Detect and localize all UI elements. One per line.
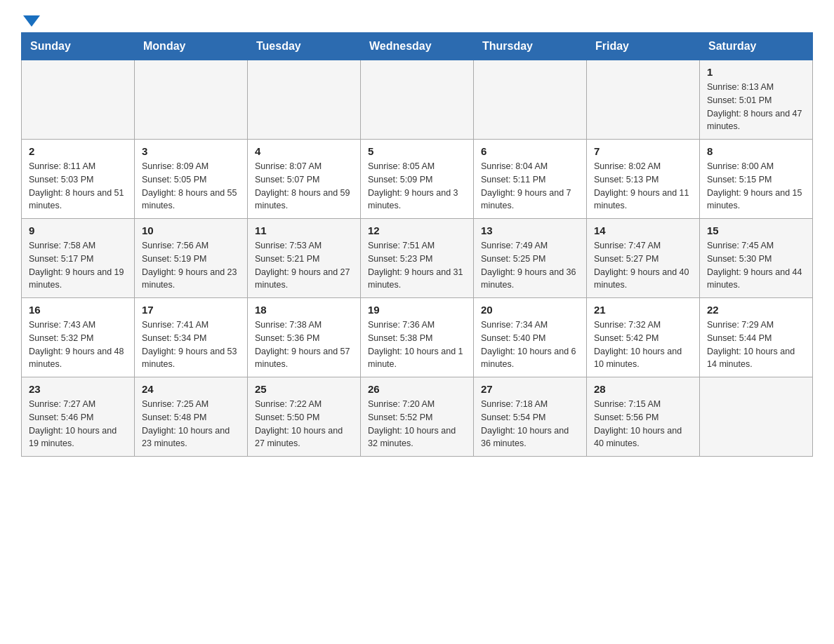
day-number: 10 [142,224,240,236]
calendar-day-cell [135,60,248,140]
calendar-table: SundayMondayTuesdayWednesdayThursdayFrid… [21,32,813,457]
calendar-day-cell [587,60,700,140]
calendar-day-cell: 1Sunrise: 8:13 AM Sunset: 5:01 PM Daylig… [700,60,813,140]
day-number: 9 [29,224,127,236]
day-info: Sunrise: 8:04 AM Sunset: 5:11 PM Dayligh… [481,160,579,213]
day-number: 8 [707,145,805,157]
calendar-day-cell: 25Sunrise: 7:22 AM Sunset: 5:50 PM Dayli… [248,377,361,457]
day-info: Sunrise: 7:49 AM Sunset: 5:25 PM Dayligh… [481,239,579,292]
day-info: Sunrise: 8:02 AM Sunset: 5:13 PM Dayligh… [594,160,692,213]
day-number: 20 [481,304,579,316]
calendar-week-row: 9Sunrise: 7:58 AM Sunset: 5:17 PM Daylig… [22,219,813,298]
calendar-day-cell: 10Sunrise: 7:56 AM Sunset: 5:19 PM Dayli… [135,219,248,298]
day-number: 24 [142,383,240,395]
day-number: 2 [29,145,127,157]
calendar-day-cell: 19Sunrise: 7:36 AM Sunset: 5:38 PM Dayli… [361,298,474,377]
day-info: Sunrise: 8:11 AM Sunset: 5:03 PM Dayligh… [29,160,127,213]
weekday-header-thursday: Thursday [474,33,587,60]
day-number: 18 [255,304,353,316]
day-info: Sunrise: 7:32 AM Sunset: 5:42 PM Dayligh… [594,318,692,371]
calendar-day-cell: 7Sunrise: 8:02 AM Sunset: 5:13 PM Daylig… [587,140,700,219]
weekday-header-saturday: Saturday [700,33,813,60]
day-info: Sunrise: 7:56 AM Sunset: 5:19 PM Dayligh… [142,239,240,292]
calendar-day-cell [248,60,361,140]
day-number: 12 [368,224,466,236]
day-number: 15 [707,224,805,236]
calendar-day-cell: 17Sunrise: 7:41 AM Sunset: 5:34 PM Dayli… [135,298,248,377]
calendar-day-cell: 2Sunrise: 8:11 AM Sunset: 5:03 PM Daylig… [22,140,135,219]
day-info: Sunrise: 7:43 AM Sunset: 5:32 PM Dayligh… [29,318,127,371]
day-info: Sunrise: 7:27 AM Sunset: 5:46 PM Dayligh… [29,398,127,450]
day-number: 27 [481,383,579,395]
day-info: Sunrise: 7:22 AM Sunset: 5:50 PM Dayligh… [255,398,353,450]
calendar-day-cell [700,377,813,457]
calendar-day-cell: 16Sunrise: 7:43 AM Sunset: 5:32 PM Dayli… [22,298,135,377]
day-number: 4 [255,145,353,157]
calendar-day-cell: 14Sunrise: 7:47 AM Sunset: 5:27 PM Dayli… [587,219,700,298]
day-info: Sunrise: 8:07 AM Sunset: 5:07 PM Dayligh… [255,160,353,213]
calendar-day-cell: 26Sunrise: 7:20 AM Sunset: 5:52 PM Dayli… [361,377,474,457]
day-number: 23 [29,383,127,395]
calendar-day-cell: 24Sunrise: 7:25 AM Sunset: 5:48 PM Dayli… [135,377,248,457]
calendar-week-row: 16Sunrise: 7:43 AM Sunset: 5:32 PM Dayli… [22,298,813,377]
weekday-header-friday: Friday [587,33,700,60]
day-info: Sunrise: 7:34 AM Sunset: 5:40 PM Dayligh… [481,318,579,371]
logo-triangle-icon [23,15,40,27]
day-info: Sunrise: 8:13 AM Sunset: 5:01 PM Dayligh… [707,81,805,133]
day-number: 22 [707,304,805,316]
day-number: 28 [594,383,692,395]
day-info: Sunrise: 7:20 AM Sunset: 5:52 PM Dayligh… [368,398,466,450]
day-info: Sunrise: 7:41 AM Sunset: 5:34 PM Dayligh… [142,318,240,371]
day-info: Sunrise: 7:58 AM Sunset: 5:17 PM Dayligh… [29,239,127,292]
calendar-day-cell: 6Sunrise: 8:04 AM Sunset: 5:11 PM Daylig… [474,140,587,219]
day-number: 13 [481,224,579,236]
day-info: Sunrise: 7:47 AM Sunset: 5:27 PM Dayligh… [594,239,692,292]
day-number: 26 [368,383,466,395]
calendar-day-cell: 18Sunrise: 7:38 AM Sunset: 5:36 PM Dayli… [248,298,361,377]
day-info: Sunrise: 8:09 AM Sunset: 5:05 PM Dayligh… [142,160,240,213]
day-number: 11 [255,224,353,236]
day-info: Sunrise: 7:38 AM Sunset: 5:36 PM Dayligh… [255,318,353,371]
day-number: 21 [594,304,692,316]
calendar-day-cell: 23Sunrise: 7:27 AM Sunset: 5:46 PM Dayli… [22,377,135,457]
day-number: 3 [142,145,240,157]
day-info: Sunrise: 7:36 AM Sunset: 5:38 PM Dayligh… [368,318,466,371]
calendar-day-cell: 20Sunrise: 7:34 AM Sunset: 5:40 PM Dayli… [474,298,587,377]
calendar-week-row: 1Sunrise: 8:13 AM Sunset: 5:01 PM Daylig… [22,60,813,140]
calendar-day-cell: 28Sunrise: 7:15 AM Sunset: 5:56 PM Dayli… [587,377,700,457]
day-info: Sunrise: 7:51 AM Sunset: 5:23 PM Dayligh… [368,239,466,292]
calendar-header-row: SundayMondayTuesdayWednesdayThursdayFrid… [22,33,813,60]
day-number: 6 [481,145,579,157]
calendar-day-cell [474,60,587,140]
day-number: 19 [368,304,466,316]
day-number: 14 [594,224,692,236]
day-number: 1 [707,66,805,78]
page-header [21,14,813,25]
weekday-header-tuesday: Tuesday [248,33,361,60]
calendar-day-cell: 22Sunrise: 7:29 AM Sunset: 5:44 PM Dayli… [700,298,813,377]
calendar-week-row: 23Sunrise: 7:27 AM Sunset: 5:46 PM Dayli… [22,377,813,457]
calendar-day-cell: 21Sunrise: 7:32 AM Sunset: 5:42 PM Dayli… [587,298,700,377]
day-info: Sunrise: 8:00 AM Sunset: 5:15 PM Dayligh… [707,160,805,213]
day-number: 7 [594,145,692,157]
day-info: Sunrise: 7:15 AM Sunset: 5:56 PM Dayligh… [594,398,692,450]
calendar-day-cell: 12Sunrise: 7:51 AM Sunset: 5:23 PM Dayli… [361,219,474,298]
day-info: Sunrise: 7:25 AM Sunset: 5:48 PM Dayligh… [142,398,240,450]
logo [21,14,40,25]
calendar-day-cell: 3Sunrise: 8:09 AM Sunset: 5:05 PM Daylig… [135,140,248,219]
day-number: 17 [142,304,240,316]
day-info: Sunrise: 7:29 AM Sunset: 5:44 PM Dayligh… [707,318,805,371]
calendar-day-cell: 13Sunrise: 7:49 AM Sunset: 5:25 PM Dayli… [474,219,587,298]
weekday-header-wednesday: Wednesday [361,33,474,60]
weekday-header-sunday: Sunday [22,33,135,60]
day-info: Sunrise: 7:18 AM Sunset: 5:54 PM Dayligh… [481,398,579,450]
calendar-day-cell: 15Sunrise: 7:45 AM Sunset: 5:30 PM Dayli… [700,219,813,298]
calendar-day-cell: 11Sunrise: 7:53 AM Sunset: 5:21 PM Dayli… [248,219,361,298]
day-number: 25 [255,383,353,395]
weekday-header-monday: Monday [135,33,248,60]
calendar-day-cell: 27Sunrise: 7:18 AM Sunset: 5:54 PM Dayli… [474,377,587,457]
calendar-day-cell: 9Sunrise: 7:58 AM Sunset: 5:17 PM Daylig… [22,219,135,298]
calendar-week-row: 2Sunrise: 8:11 AM Sunset: 5:03 PM Daylig… [22,140,813,219]
calendar-day-cell [22,60,135,140]
calendar-day-cell: 8Sunrise: 8:00 AM Sunset: 5:15 PM Daylig… [700,140,813,219]
